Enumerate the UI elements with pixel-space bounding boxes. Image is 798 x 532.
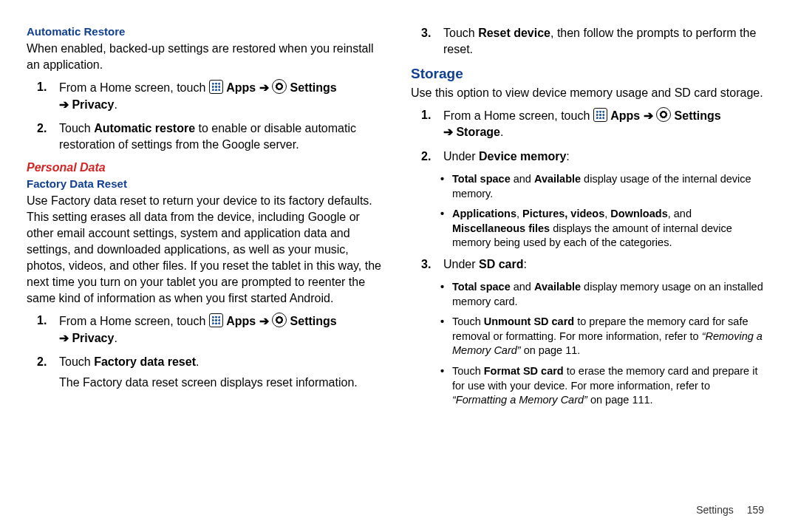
paragraph: Use this option to view device memory us… (411, 85, 765, 101)
text: . (114, 98, 117, 111)
bold-label: Reset device (478, 27, 550, 39)
gear-icon (272, 79, 287, 94)
text: on page 111. (587, 394, 653, 406)
arrow-icon: ➔ (259, 81, 269, 94)
steps-list: From a Home screen, touch Apps ➔ Setting… (411, 107, 765, 165)
text: . (500, 126, 503, 138)
text: From a Home screen, touch (59, 81, 209, 94)
bold-label: Total space (452, 173, 511, 185)
text: Touch (59, 122, 94, 134)
text: on page 11. (521, 344, 581, 356)
bold-label: Total space (452, 281, 511, 293)
text: . (196, 355, 199, 368)
privacy-label: ➔ Privacy (59, 332, 114, 344)
apps-icon (209, 80, 223, 94)
text: : (566, 150, 569, 163)
settings-label: Settings (290, 315, 337, 327)
step-item: From a Home screen, touch Apps ➔ Setting… (27, 79, 381, 113)
text: The Factory data reset screen displays r… (59, 376, 358, 389)
bold-label: Automatic restore (94, 122, 195, 134)
heading-storage: Storage (411, 66, 765, 82)
text: . (114, 332, 117, 344)
steps-list-continued: Touch Reset device, then follow the prom… (411, 25, 765, 58)
steps-list: From a Home screen, touch Apps ➔ Setting… (27, 313, 381, 392)
bullet-item: Total space and Available display usage … (411, 172, 765, 201)
bold-label: Available (534, 173, 581, 185)
bullet-item: Applications, Pictures, videos, Download… (411, 207, 765, 250)
paragraph: Use Factory data reset to return your de… (27, 193, 381, 307)
bold-label: Device memory (479, 150, 566, 163)
privacy-label: ➔ Privacy (59, 98, 114, 111)
text: Touch (452, 316, 484, 327)
bold-label: Format SD card (484, 365, 564, 377)
text: Touch (443, 27, 478, 39)
bold-label: Applications (452, 208, 516, 219)
text: Touch (452, 365, 484, 377)
heading-automatic-restore: Automatic Restore (27, 25, 381, 38)
bold-label: Pictures, videos (522, 208, 604, 219)
gear-icon (656, 107, 671, 122)
step-item: From a Home screen, touch Apps ➔ Setting… (27, 313, 381, 347)
settings-label: Settings (675, 109, 721, 122)
steps-list-continued: Under SD card: (411, 256, 765, 273)
storage-label: ➔ Storage (443, 126, 500, 138)
arrow-icon: ➔ (644, 109, 653, 122)
bullet-list: Total space and Available display memory… (411, 280, 765, 408)
gear-icon (272, 313, 287, 327)
bullet-list: Total space and Available display usage … (411, 172, 765, 250)
step-item: Touch Reset device, then follow the prom… (411, 25, 765, 58)
heading-factory-data-reset: Factory Data Reset (27, 177, 381, 190)
step-item: Under Device memory: (411, 149, 765, 165)
heading-personal-data: Personal Data (27, 161, 381, 174)
text: Under (443, 258, 479, 270)
apps-icon (209, 313, 223, 327)
paragraph: When enabled, backed-up settings are res… (27, 41, 381, 73)
right-column: Touch Reset device, then follow the prom… (411, 22, 765, 414)
step-item: From a Home screen, touch Apps ➔ Setting… (411, 107, 765, 141)
chapter-name: Settings (696, 504, 734, 516)
cross-reference: “Formatting a Memory Card” (452, 394, 587, 406)
bold-label: Factory data reset (94, 355, 196, 368)
bold-label: Miscellaneous files (452, 222, 550, 234)
bullet-item: Touch Format SD card to erase the memory… (411, 364, 765, 408)
step-item: Touch Automatic restore to enable or dis… (27, 120, 381, 154)
page-number: 159 (747, 504, 764, 516)
bullet-item: Touch Unmount SD card to prepare the mem… (411, 315, 765, 358)
page-footer: Settings 159 (696, 504, 764, 516)
text: , (516, 208, 522, 219)
text: Under (443, 150, 479, 163)
apps-label: Apps (610, 109, 640, 122)
bold-label: SD card (479, 258, 523, 270)
apps-icon (593, 108, 607, 122)
text: and (511, 281, 534, 293)
steps-list: From a Home screen, touch Apps ➔ Setting… (27, 79, 381, 154)
text: , and (668, 208, 692, 219)
bold-label: Downloads (610, 208, 667, 219)
apps-label: Apps (226, 81, 256, 94)
bold-label: Unmount SD card (484, 316, 574, 327)
step-item: Under SD card: (411, 256, 765, 273)
text: Touch (59, 355, 94, 368)
text: From a Home screen, touch (443, 109, 593, 122)
bold-label: Available (534, 281, 581, 293)
apps-label: Apps (226, 315, 256, 327)
document-page: Automatic Restore When enabled, backed-u… (0, 0, 798, 414)
arrow-icon: ➔ (259, 315, 269, 327)
bullet-item: Total space and Available display memory… (411, 280, 765, 309)
text: and (511, 173, 534, 185)
step-item: Touch Factory data reset. The Factory da… (27, 354, 381, 392)
text: : (524, 258, 527, 270)
left-column: Automatic Restore When enabled, backed-u… (27, 22, 381, 414)
text: From a Home screen, touch (59, 315, 209, 327)
settings-label: Settings (290, 81, 337, 94)
